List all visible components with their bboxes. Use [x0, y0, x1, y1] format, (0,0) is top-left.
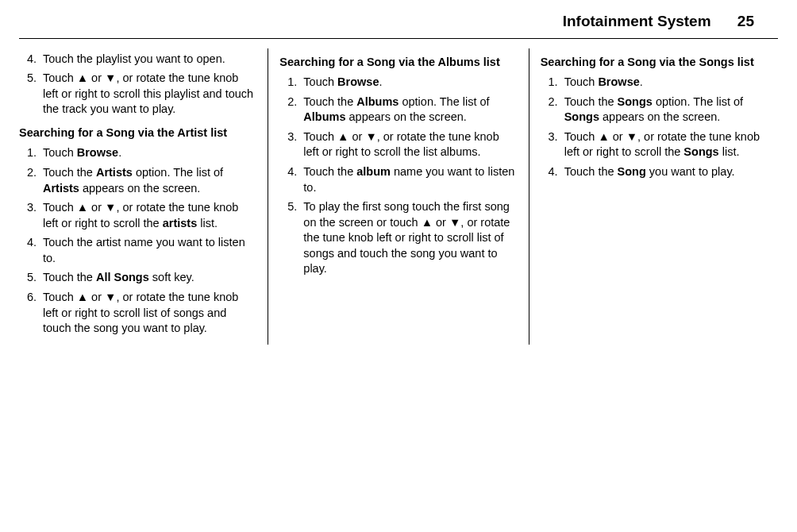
song-step-1: Touch Browse.: [561, 75, 778, 91]
songs-search-heading: Searching for a Song via the Songs list: [541, 55, 778, 71]
up-arrow-icon: ▲: [77, 201, 88, 214]
artist-step-5: Touch the All Songs soft key.: [40, 270, 256, 286]
artist-step-1: Touch Browse.: [40, 145, 256, 161]
up-arrow-icon: ▲: [422, 216, 433, 229]
step-5: Touch ▲ or ▼, or rotate the tune knob le…: [40, 71, 256, 118]
down-arrow-icon: ▼: [626, 130, 637, 143]
page-header: Infotainment System 25: [19, 0, 778, 39]
artist-step-4: Touch the artist name you want to listen…: [40, 235, 256, 266]
down-arrow-icon: ▼: [365, 130, 376, 143]
down-arrow-icon: ▼: [105, 71, 116, 84]
album-step-3: Touch ▲ or ▼, or rotate the tune knob le…: [300, 129, 517, 160]
up-arrow-icon: ▲: [337, 130, 348, 143]
albums-search-heading: Searching for a Song via the Albums list: [279, 55, 517, 71]
column-2: Searching for a Song via the Albums list…: [268, 48, 528, 345]
song-step-3: Touch ▲ or ▼, or rotate the tune knob le…: [561, 129, 778, 160]
song-step-2: Touch the Songs option. The list of Song…: [561, 94, 778, 125]
down-arrow-icon: ▼: [105, 201, 116, 214]
artist-search-steps: Touch Browse. Touch the Artists option. …: [19, 145, 256, 336]
artist-step-3: Touch ▲ or ▼, or rotate the tune knob le…: [40, 200, 256, 231]
song-step-4: Touch the Song you want to play.: [561, 164, 778, 180]
album-step-5: To play the first song touch the first s…: [300, 199, 517, 277]
album-step-1: Touch Browse.: [300, 75, 517, 91]
page-number: 25: [737, 13, 754, 29]
up-arrow-icon: ▲: [598, 130, 609, 143]
artist-step-6: Touch ▲ or ▼, or rotate the tune knob le…: [40, 290, 256, 337]
artist-step-2: Touch the Artists option. The list of Ar…: [40, 165, 256, 196]
artist-search-heading: Searching for a Song via the Artist list: [19, 125, 256, 141]
content-columns: Touch the playlist you want to open. Tou…: [19, 48, 778, 345]
album-step-4: Touch the album name you want to listen …: [300, 164, 517, 195]
albums-search-steps: Touch Browse. Touch the Albums option. T…: [279, 75, 517, 277]
songs-search-steps: Touch Browse. Touch the Songs option. Th…: [541, 75, 778, 179]
down-arrow-icon: ▼: [105, 291, 116, 303]
album-step-2: Touch the Albums option. The list of Alb…: [300, 94, 517, 125]
playlist-steps-continued: Touch the playlist you want to open. Tou…: [19, 52, 256, 118]
down-arrow-icon: ▼: [449, 216, 460, 229]
up-arrow-icon: ▲: [77, 71, 88, 84]
section-title: Infotainment System: [563, 13, 711, 29]
up-arrow-icon: ▲: [77, 291, 88, 303]
column-1: Touch the playlist you want to open. Tou…: [19, 48, 268, 345]
step-4: Touch the playlist you want to open.: [40, 52, 256, 67]
column-3: Searching for a Song via the Songs list …: [529, 48, 778, 345]
